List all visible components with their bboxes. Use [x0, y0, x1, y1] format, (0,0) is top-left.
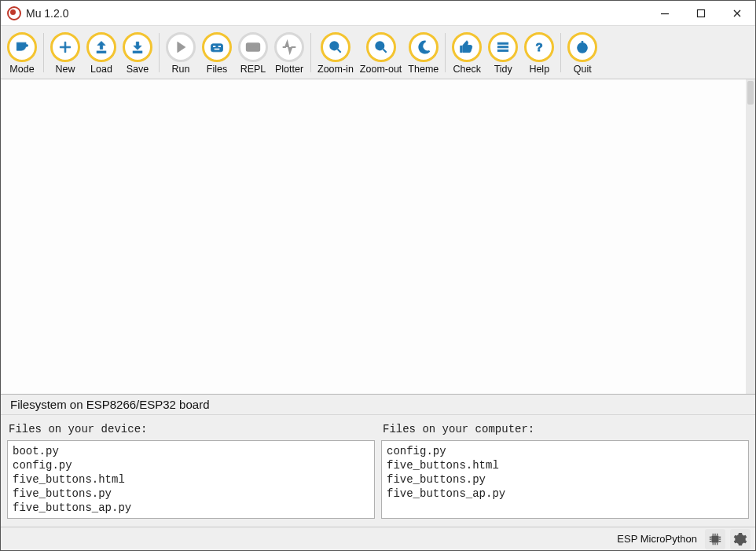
repl-button[interactable]: REPL — [235, 31, 271, 75]
toolbar-group: RunFilesREPLPlotter — [163, 31, 307, 75]
device-file-list[interactable]: boot.pyconfig.pyfive_buttons.htmlfive_bu… — [7, 440, 375, 519]
svg-rect-7 — [218, 46, 221, 47]
zoom-in-icon — [321, 32, 350, 62]
svg-rect-0 — [661, 13, 669, 14]
theme-button[interactable]: Theme — [405, 31, 442, 75]
maximize-button[interactable] — [683, 1, 719, 26]
toolbar: ModeNewLoadSaveRunFilesREPLPlotterZoom-i… — [1, 26, 755, 79]
svg-rect-3 — [97, 51, 106, 53]
file-item[interactable]: five_buttons_ap.py — [13, 501, 369, 515]
svg-rect-14 — [250, 47, 256, 49]
computer-header: Files on your computer: — [381, 420, 749, 440]
run-button[interactable]: Run — [163, 31, 199, 75]
repl-label: REPL — [240, 64, 266, 75]
svg-rect-9 — [247, 43, 260, 51]
help-icon: ? — [524, 32, 554, 62]
save-button[interactable]: Save — [119, 31, 156, 75]
filesystem-columns: Files on your device: boot.pyconfig.pyfi… — [1, 415, 755, 527]
new-button[interactable]: New — [47, 31, 83, 75]
load-button[interactable]: Load — [83, 31, 119, 75]
zoom-out-button[interactable]: Zoom-out — [357, 31, 406, 75]
help-button[interactable]: ?Help — [521, 31, 557, 75]
settings-button[interactable] — [730, 529, 750, 549]
mode-button[interactable]: Mode — [4, 31, 40, 75]
check-button[interactable]: Check — [449, 31, 485, 75]
moon-icon — [409, 32, 439, 62]
svg-rect-6 — [213, 46, 215, 47]
plus-icon — [50, 32, 80, 62]
plotter-button[interactable]: Plotter — [271, 31, 307, 75]
file-item[interactable]: config.py — [13, 458, 369, 472]
toolbar-separator — [310, 33, 311, 72]
chip-button[interactable] — [705, 529, 725, 549]
toolbar-separator — [43, 33, 44, 72]
computer-column: Files on your computer: config.pyfive_bu… — [381, 420, 749, 519]
svg-rect-22 — [582, 41, 583, 47]
upload-icon — [86, 32, 116, 62]
pulse-icon — [274, 32, 304, 62]
chip-icon — [708, 532, 722, 546]
titlebar: Mu 1.2.0 — [1, 1, 755, 26]
new-label: New — [55, 64, 75, 75]
tidy-button[interactable]: Tidy — [485, 31, 521, 75]
quit-label: Quit — [574, 64, 592, 75]
svg-rect-10 — [248, 45, 250, 46]
zoom-in-button[interactable]: Zoom-in — [314, 31, 357, 75]
check-label: Check — [453, 64, 481, 75]
toolbar-group: CheckTidy?Help — [449, 31, 557, 75]
download-icon — [123, 32, 152, 62]
svg-rect-19 — [498, 50, 508, 51]
svg-rect-13 — [256, 45, 258, 46]
quit-button[interactable]: Quit — [564, 31, 600, 75]
file-item[interactable]: five_buttons.html — [13, 472, 369, 487]
file-item[interactable]: five_buttons.html — [387, 458, 743, 472]
theme-label: Theme — [408, 64, 439, 75]
tidy-label: Tidy — [494, 64, 512, 75]
filesystem-title: Filesystem on ESP8266/ESP32 board — [1, 395, 755, 415]
zoom-in-label: Zoom-in — [317, 64, 354, 75]
computer-file-list[interactable]: config.pyfive_buttons.htmlfive_buttons.p… — [381, 440, 749, 519]
statusbar: ESP MicroPython — [1, 527, 755, 550]
svg-rect-11 — [251, 45, 253, 46]
toolbar-group: Zoom-inZoom-outTheme — [314, 31, 442, 75]
filesystem-panel: Filesystem on ESP8266/ESP32 board Files … — [1, 394, 755, 527]
toolbar-separator — [159, 33, 160, 72]
toolbar-separator — [445, 33, 446, 72]
run-label: Run — [172, 64, 190, 75]
window-title: Mu 1.2.0 — [26, 7, 68, 20]
minimize-button[interactable] — [647, 1, 683, 26]
toolbar-group: NewLoadSave — [47, 31, 156, 75]
gear-icon — [733, 532, 747, 546]
device-column: Files on your device: boot.pyconfig.pyfi… — [7, 420, 375, 519]
svg-rect-8 — [215, 48, 220, 50]
files-button[interactable]: Files — [199, 31, 235, 75]
editor-area[interactable] — [1, 79, 755, 394]
svg-rect-23 — [712, 535, 719, 542]
file-item[interactable]: boot.py — [13, 444, 369, 458]
toolbar-group: Mode — [4, 31, 40, 75]
svg-rect-2 — [24, 44, 28, 46]
device-header: Files on your device: — [7, 420, 375, 440]
svg-rect-12 — [254, 45, 255, 46]
files-label: Files — [207, 64, 227, 75]
svg-text:?: ? — [536, 40, 543, 53]
help-label: Help — [529, 64, 549, 75]
svg-rect-17 — [498, 42, 508, 44]
svg-rect-1 — [698, 9, 705, 17]
svg-rect-18 — [498, 46, 508, 47]
load-label: Load — [90, 64, 112, 75]
file-item[interactable]: five_buttons_ap.py — [387, 487, 743, 501]
zoom-out-icon — [366, 32, 396, 62]
file-item[interactable]: config.py — [387, 444, 743, 458]
status-mode: ESP MicroPython — [617, 533, 697, 545]
close-button[interactable] — [719, 1, 755, 26]
svg-rect-5 — [211, 43, 223, 51]
file-item[interactable]: five_buttons.py — [13, 487, 369, 501]
plotter-label: Plotter — [275, 64, 303, 75]
file-item[interactable]: five_buttons.py — [387, 472, 743, 487]
maximize-icon — [696, 9, 706, 18]
mode-icon — [7, 32, 37, 62]
files-icon — [202, 32, 232, 62]
play-icon — [166, 32, 196, 62]
power-icon — [567, 32, 597, 62]
